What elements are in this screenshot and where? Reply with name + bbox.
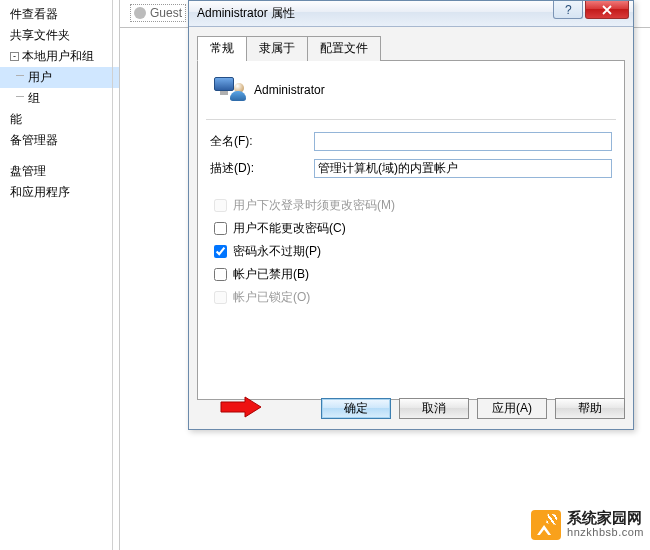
check-account-disabled[interactable]: 帐户已禁用(B)	[210, 265, 612, 284]
watermark-logo-icon	[531, 510, 561, 540]
list-item-guest[interactable]: Guest	[130, 4, 186, 22]
label-description: 描述(D):	[210, 160, 314, 177]
checkbox-change-at-next-logon	[214, 199, 227, 212]
check-change-at-next-logon: 用户下次登录时须更改密码(M)	[210, 196, 612, 215]
checkbox-account-locked	[214, 291, 227, 304]
tree-item-services-apps[interactable]: 和应用程序	[0, 182, 119, 203]
close-icon	[601, 4, 613, 16]
user-name: Administrator	[254, 83, 325, 97]
apply-button[interactable]: 应用(A)	[477, 398, 547, 419]
check-account-locked: 帐户已锁定(O)	[210, 288, 612, 307]
watermark-text: 系统家园网 hnzkhbsb.com	[567, 511, 644, 539]
label-full-name: 全名(F):	[210, 133, 314, 150]
checkbox-password-never-expires[interactable]	[214, 245, 227, 258]
tree-item-disk-management[interactable]: 盘管理	[0, 161, 119, 182]
tab-page-general: Administrator 全名(F): 描述(D): 用户下次登录时须更改密码…	[197, 60, 625, 400]
watermark-url: hnzkhbsb.com	[567, 525, 644, 539]
checkbox-cannot-change-password[interactable]	[214, 222, 227, 235]
tree-item-shared-folders[interactable]: 共享文件夹	[0, 25, 119, 46]
check-label: 帐户已禁用(B)	[233, 266, 309, 283]
check-label: 用户下次登录时须更改密码(M)	[233, 197, 395, 214]
watermark: 系统家园网 hnzkhbsb.com	[531, 510, 644, 540]
panel-divider	[112, 0, 113, 550]
row-description: 描述(D):	[210, 159, 612, 178]
check-label: 帐户已锁定(O)	[233, 289, 310, 306]
tree-item-device-manager[interactable]: 备管理器	[0, 130, 119, 151]
user-account-icon	[214, 75, 244, 105]
cancel-button[interactable]: 取消	[399, 398, 469, 419]
dialog-button-bar: 确定 取消 应用(A) 帮助	[197, 390, 625, 419]
help-button-bottom[interactable]: 帮助	[555, 398, 625, 419]
help-icon: ?	[562, 4, 574, 16]
row-full-name: 全名(F):	[210, 132, 612, 151]
check-label: 密码永不过期(P)	[233, 243, 321, 260]
checkbox-account-disabled[interactable]	[214, 268, 227, 281]
tree-item-local-users-groups[interactable]: -本地用户和组	[0, 46, 119, 67]
properties-dialog: Administrator 属性 ? 常规 隶属于 配置文件 Administr…	[188, 0, 634, 430]
tab-general[interactable]: 常规	[197, 36, 247, 61]
user-disabled-icon	[134, 7, 146, 19]
tab-profile[interactable]: 配置文件	[307, 36, 381, 61]
tab-member-of[interactable]: 隶属于	[246, 36, 308, 61]
list-item-label: Guest	[150, 6, 182, 20]
window-controls: ?	[551, 1, 629, 19]
tab-container: 常规 隶属于 配置文件 Administrator 全名(F): 描述(D):	[197, 35, 625, 400]
dialog-title: Administrator 属性	[197, 5, 295, 22]
tab-strip: 常规 隶属于 配置文件	[197, 36, 625, 61]
collapse-icon[interactable]: -	[10, 52, 19, 61]
check-label: 用户不能更改密码(C)	[233, 220, 346, 237]
tree-item-event-viewer[interactable]: 件查看器	[0, 4, 119, 25]
check-password-never-expires[interactable]: 密码永不过期(P)	[210, 242, 612, 261]
check-cannot-change-password[interactable]: 用户不能更改密码(C)	[210, 219, 612, 238]
dialog-titlebar[interactable]: Administrator 属性 ?	[189, 1, 633, 27]
nav-tree: 件查看器 共享文件夹 -本地用户和组 用户 组 能 备管理器 盘管理 和应用程序	[0, 0, 120, 550]
tree-item-groups[interactable]: 组	[0, 88, 119, 109]
watermark-name: 系统家园网	[567, 511, 644, 525]
tree-item-label: 本地用户和组	[22, 49, 94, 63]
help-button[interactable]: ?	[553, 1, 583, 19]
tree-item-performance[interactable]: 能	[0, 109, 119, 130]
ok-button[interactable]: 确定	[321, 398, 391, 419]
input-full-name[interactable]	[314, 132, 612, 151]
input-description[interactable]	[314, 159, 612, 178]
user-header: Administrator	[214, 75, 612, 105]
svg-text:?: ?	[565, 4, 572, 16]
close-button[interactable]	[585, 1, 629, 19]
tree-item-users[interactable]: 用户	[0, 67, 119, 88]
